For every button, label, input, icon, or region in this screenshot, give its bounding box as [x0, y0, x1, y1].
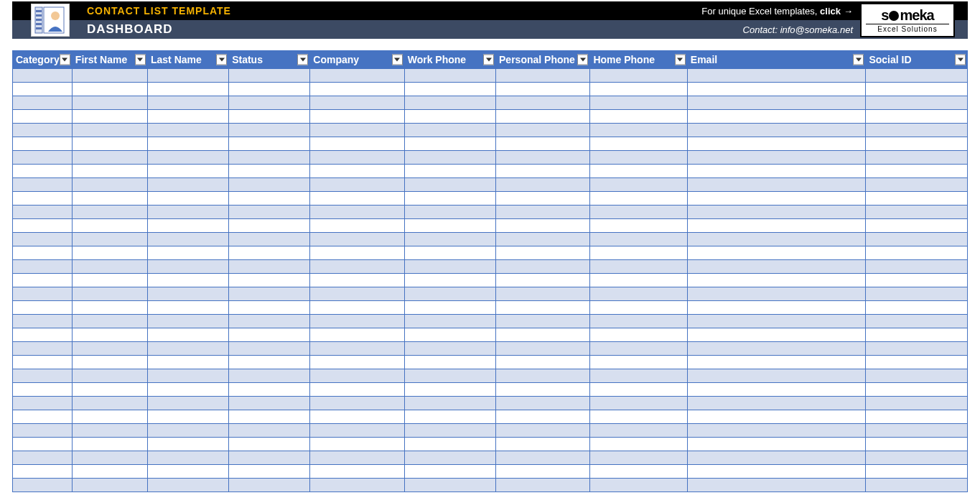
filter-dropdown-icon[interactable]	[297, 55, 308, 65]
table-cell[interactable]	[72, 465, 147, 479]
table-cell[interactable]	[72, 369, 147, 383]
table-cell[interactable]	[72, 424, 147, 438]
table-cell[interactable]	[147, 137, 228, 151]
filter-dropdown-icon[interactable]	[392, 55, 403, 65]
table-cell[interactable]	[13, 342, 73, 356]
table-cell[interactable]	[147, 96, 228, 110]
filter-dropdown-icon[interactable]	[853, 55, 864, 65]
table-cell[interactable]	[687, 410, 866, 424]
table-cell[interactable]	[590, 356, 687, 369]
table-cell[interactable]	[229, 438, 310, 451]
table-cell[interactable]	[310, 315, 404, 328]
filter-dropdown-icon[interactable]	[135, 55, 146, 65]
table-cell[interactable]	[687, 438, 866, 451]
table-cell[interactable]	[147, 465, 228, 479]
table-cell[interactable]	[310, 260, 404, 274]
table-cell[interactable]	[13, 178, 73, 192]
table-cell[interactable]	[147, 315, 228, 328]
table-cell[interactable]	[147, 206, 228, 219]
table-cell[interactable]	[404, 124, 495, 137]
table-cell[interactable]	[404, 342, 495, 356]
table-cell[interactable]	[229, 369, 310, 383]
table-cell[interactable]	[590, 83, 687, 96]
table-cell[interactable]	[404, 479, 495, 492]
table-cell[interactable]	[687, 451, 866, 465]
table-cell[interactable]	[13, 219, 73, 233]
table-cell[interactable]	[687, 165, 866, 178]
table-cell[interactable]	[229, 83, 310, 96]
table-cell[interactable]	[72, 438, 147, 451]
table-cell[interactable]	[229, 287, 310, 301]
table-cell[interactable]	[687, 328, 866, 342]
table-cell[interactable]	[72, 69, 147, 83]
table-cell[interactable]	[687, 397, 866, 410]
table-cell[interactable]	[147, 301, 228, 315]
table-cell[interactable]	[229, 219, 310, 233]
table-cell[interactable]	[590, 137, 687, 151]
table-cell[interactable]	[13, 165, 73, 178]
table-cell[interactable]	[866, 410, 968, 424]
table-cell[interactable]	[590, 451, 687, 465]
table-cell[interactable]	[310, 69, 404, 83]
table-cell[interactable]	[496, 246, 590, 260]
table-cell[interactable]	[687, 219, 866, 233]
table-cell[interactable]	[590, 383, 687, 397]
table-cell[interactable]	[229, 301, 310, 315]
table-cell[interactable]	[229, 383, 310, 397]
table-cell[interactable]	[590, 397, 687, 410]
col-header-homephone[interactable]: Home Phone	[590, 51, 687, 69]
table-cell[interactable]	[590, 287, 687, 301]
table-cell[interactable]	[229, 479, 310, 492]
table-cell[interactable]	[496, 96, 590, 110]
table-cell[interactable]	[404, 369, 495, 383]
col-header-personalphone[interactable]: Personal Phone	[496, 51, 590, 69]
table-cell[interactable]	[404, 192, 495, 206]
table-cell[interactable]	[72, 178, 147, 192]
table-cell[interactable]	[72, 397, 147, 410]
table-cell[interactable]	[496, 356, 590, 369]
table-cell[interactable]	[590, 438, 687, 451]
table-cell[interactable]	[147, 369, 228, 383]
table-cell[interactable]	[496, 137, 590, 151]
table-cell[interactable]	[229, 410, 310, 424]
table-cell[interactable]	[13, 192, 73, 206]
filter-dropdown-icon[interactable]	[60, 55, 70, 65]
table-cell[interactable]	[496, 287, 590, 301]
table-cell[interactable]	[147, 260, 228, 274]
table-cell[interactable]	[13, 287, 73, 301]
table-cell[interactable]	[310, 410, 404, 424]
table-cell[interactable]	[13, 124, 73, 137]
table-cell[interactable]	[496, 342, 590, 356]
table-cell[interactable]	[147, 451, 228, 465]
table-cell[interactable]	[13, 274, 73, 287]
table-cell[interactable]	[229, 451, 310, 465]
table-cell[interactable]	[72, 315, 147, 328]
table-cell[interactable]	[866, 178, 968, 192]
table-cell[interactable]	[866, 287, 968, 301]
table-cell[interactable]	[13, 315, 73, 328]
table-cell[interactable]	[866, 260, 968, 274]
table-cell[interactable]	[687, 287, 866, 301]
table-cell[interactable]	[147, 165, 228, 178]
table-cell[interactable]	[147, 151, 228, 165]
table-cell[interactable]	[866, 110, 968, 124]
table-cell[interactable]	[72, 356, 147, 369]
table-cell[interactable]	[13, 451, 73, 465]
table-cell[interactable]	[229, 342, 310, 356]
table-cell[interactable]	[496, 69, 590, 83]
table-cell[interactable]	[229, 315, 310, 328]
table-cell[interactable]	[147, 192, 228, 206]
filter-dropdown-icon[interactable]	[577, 55, 588, 65]
table-cell[interactable]	[496, 178, 590, 192]
table-cell[interactable]	[496, 397, 590, 410]
table-cell[interactable]	[866, 151, 968, 165]
table-cell[interactable]	[310, 151, 404, 165]
table-cell[interactable]	[310, 165, 404, 178]
table-cell[interactable]	[229, 356, 310, 369]
table-cell[interactable]	[72, 274, 147, 287]
table-cell[interactable]	[404, 110, 495, 124]
table-cell[interactable]	[229, 424, 310, 438]
table-cell[interactable]	[404, 206, 495, 219]
table-cell[interactable]	[496, 165, 590, 178]
table-cell[interactable]	[496, 110, 590, 124]
